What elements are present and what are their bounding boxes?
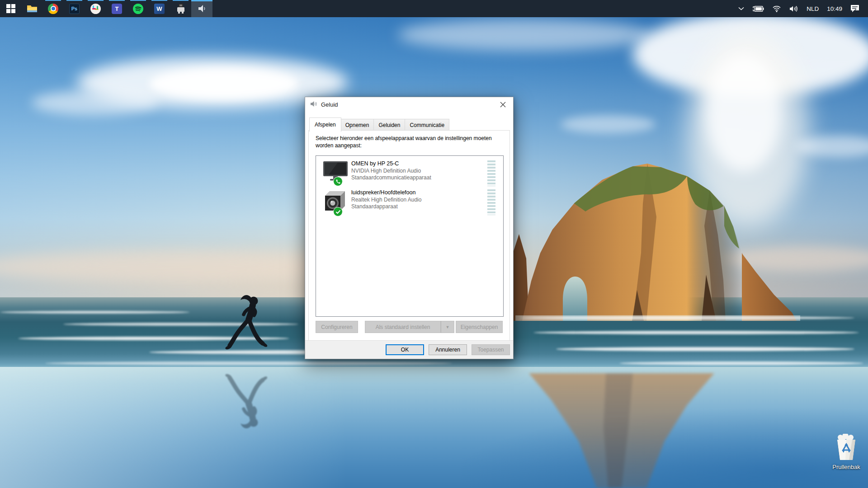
device-action-buttons: Configureren Als standaard instellen ▼ E…: [316, 321, 503, 333]
device-info: luidspreker/Hoofdtelefoon Realtek High D…: [351, 189, 421, 211]
properties-button[interactable]: Eigenschappen: [456, 321, 503, 333]
running-indicator: [45, 0, 61, 1]
rock-reflection: [515, 373, 732, 488]
running-indicator: [66, 0, 82, 1]
taskbar-item-usb-device[interactable]: [170, 0, 191, 17]
device-status: Standaardcommunicatieapparaat: [351, 174, 431, 182]
taskbar-item-chrome[interactable]: [42, 0, 64, 17]
device-row-speakers[interactable]: luidspreker/Hoofdtelefoon Realtek High D…: [319, 188, 500, 216]
word-icon: W: [154, 4, 165, 14]
cancel-button[interactable]: Annuleren: [429, 344, 467, 355]
slack-icon: [90, 4, 101, 14]
sound-dialog-icon: [310, 100, 317, 109]
configure-button[interactable]: Configureren: [316, 321, 358, 333]
recycle-bin-icon: [834, 434, 859, 461]
wave-foam: [0, 311, 190, 314]
running-indicator: [88, 0, 104, 1]
level-meter: [487, 160, 495, 186]
start-button[interactable]: [0, 0, 21, 17]
cloud: [32, 90, 158, 115]
device-row-omen[interactable]: OMEN by HP 25-C NVIDIA High Definition A…: [319, 160, 500, 188]
active-running-indicator: [191, 0, 212, 1]
device-info: OMEN by HP 25-C NVIDIA High Definition A…: [351, 160, 431, 182]
photoshop-icon: Ps: [69, 4, 80, 14]
recycle-bin[interactable]: Prullenbak: [826, 434, 866, 470]
set-default-split-button: Als standaard instellen ▼: [365, 321, 454, 333]
cloud: [149, 68, 298, 99]
cloud: [561, 115, 656, 133]
playback-tab-page: Selecteer hieronder een afspeelapparaat …: [308, 130, 510, 341]
apply-button[interactable]: Toepassen: [472, 344, 510, 355]
running-indicator: [173, 0, 189, 1]
teams-icon: T: [112, 4, 122, 14]
wave-foam: [533, 331, 859, 334]
wave-foam: [556, 347, 854, 351]
running-indicator: [109, 0, 125, 1]
file-explorer-icon: [27, 3, 38, 14]
set-default-button[interactable]: Als standaard instellen: [365, 321, 441, 333]
language-code: NLD: [807, 5, 819, 12]
ok-button[interactable]: OK: [386, 344, 424, 355]
wave-foam: [619, 361, 863, 365]
taskbar-item-file-explorer[interactable]: [21, 0, 42, 17]
taskbar-apps: Ps T: [0, 0, 212, 17]
wave-foam: [520, 316, 854, 319]
dialog-footer: OK Annuleren Toepassen: [305, 340, 513, 359]
device-name: luidspreker/Hoofdtelefoon: [351, 189, 421, 197]
device-driver: NVIDIA High Definition Audio: [351, 168, 431, 175]
taskbar: Ps T: [0, 0, 868, 17]
playback-device-list[interactable]: OMEN by HP 25-C NVIDIA High Definition A…: [316, 155, 504, 317]
tab-afspelen[interactable]: Afspelen: [309, 117, 341, 132]
language-indicator[interactable]: NLD: [802, 0, 823, 17]
close-button[interactable]: [492, 97, 513, 112]
volume-tray-icon[interactable]: [785, 0, 802, 17]
screen: Ps T: [0, 0, 868, 488]
runner-silhouette: [224, 295, 277, 362]
device-status: Standaardapparaat: [351, 203, 421, 211]
windows-logo-icon: [6, 4, 15, 13]
device-driver: Realtek High Definition Audio: [351, 197, 421, 204]
running-indicator: [151, 0, 167, 1]
recycle-bin-label: Prullenbak: [826, 464, 866, 470]
dialog-title: Geluid: [321, 101, 338, 108]
cloud: [398, 19, 651, 51]
taskbar-item-teams[interactable]: T: [106, 0, 127, 17]
spotify-icon: [133, 4, 143, 14]
wifi-icon[interactable]: [768, 0, 785, 17]
set-default-dropdown-arrow[interactable]: ▼: [441, 321, 454, 333]
taskbar-item-spotify[interactable]: [127, 0, 149, 17]
chrome-icon: [48, 4, 58, 14]
running-indicator: [130, 0, 146, 1]
default-device-badge: [333, 207, 343, 216]
checkmark-icon: [335, 210, 341, 214]
instruction-text: Selecteer hieronder een afspeelapparaat …: [316, 135, 507, 149]
runner-reflection: [224, 361, 277, 429]
taskbar-item-photoshop[interactable]: Ps: [64, 0, 85, 17]
level-meter: [487, 189, 495, 215]
battery-icon[interactable]: [748, 0, 768, 17]
dialog-titlebar[interactable]: Geluid: [305, 97, 513, 112]
taskbar-item-volume-mixer[interactable]: [191, 0, 212, 17]
default-communication-badge: [333, 177, 343, 186]
taskbar-item-word[interactable]: W: [149, 0, 170, 17]
usb-device-icon: [175, 3, 186, 14]
action-center-icon[interactable]: [846, 0, 863, 17]
taskbar-item-slack[interactable]: [85, 0, 106, 17]
speaker-taskbar-icon: [197, 3, 208, 14]
sound-dialog: Geluid Afspelen Opnemen Geluiden Communi…: [305, 97, 514, 359]
phone-icon: [335, 179, 341, 184]
clock[interactable]: 10:49: [823, 0, 846, 17]
clock-time: 10:49: [827, 5, 842, 12]
rock-formation: [497, 163, 868, 321]
tray-chevron-icon[interactable]: [734, 0, 748, 17]
cloud: [705, 54, 782, 172]
close-icon: [500, 102, 506, 108]
system-tray: NLD 10:49: [734, 0, 868, 17]
device-name: OMEN by HP 25-C: [351, 160, 431, 168]
